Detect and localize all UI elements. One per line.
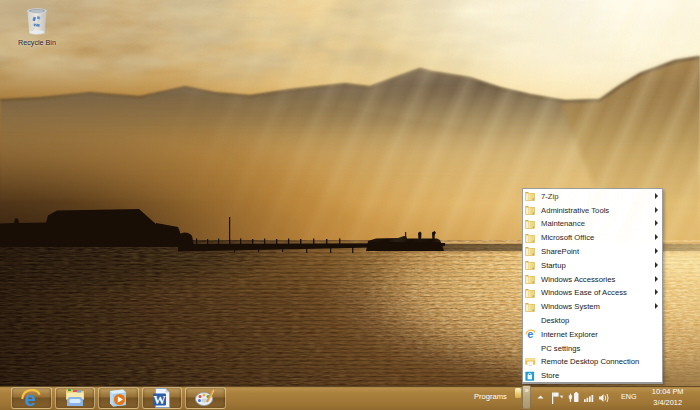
svg-text:W: W <box>153 392 166 406</box>
